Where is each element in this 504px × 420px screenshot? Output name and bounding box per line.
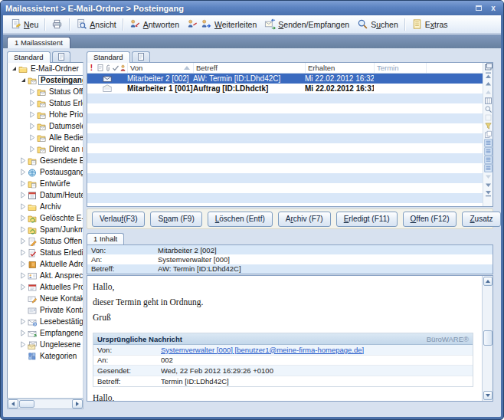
close-button[interactable]: x <box>488 3 499 13</box>
column-header-person[interactable] <box>119 63 127 73</box>
zusatz-button[interactable]: Zusatz <box>462 212 500 227</box>
tree-item-lesebestätigungen[interactable]: Lesebestätigungen <box>8 316 83 327</box>
column-header-betreff[interactable]: Betreff <box>193 63 305 73</box>
expand-arrow[interactable] <box>19 226 27 233</box>
weiterleiten-button[interactable]: Weiterleiten <box>183 17 260 31</box>
spam-button[interactable]: Spam (F9) <box>150 212 201 227</box>
sidebar-new-view-tab[interactable] <box>52 51 70 63</box>
tree-item-status-offen[interactable]: Status Offen <box>8 86 83 97</box>
senden-empfangen-button[interactable]: Senden/Empfangen <box>260 17 353 31</box>
expand-arrow[interactable] <box>19 203 27 210</box>
expand-arrow[interactable] <box>19 261 27 267</box>
down-line-button[interactable] <box>483 189 493 198</box>
collapse-arrow[interactable] <box>10 67 18 71</box>
expand-arrow[interactable] <box>19 272 27 279</box>
tree-item-kategorien[interactable]: Kategorien <box>8 350 83 362</box>
tree-item-posteingang[interactable]: Posteingang <box>8 74 83 86</box>
tree-item-aktuelles-projekt[interactable]: Aktuelles Projekt <box>8 281 83 293</box>
column-header-priority[interactable]: ! <box>87 63 96 73</box>
tree-item-empfangene-mails[interactable]: Empfangene Mails <box>8 327 83 339</box>
expand-arrow[interactable] <box>28 123 36 130</box>
tree-item-entwürfe[interactable]: Entwürfe <box>8 178 83 189</box>
löschen-button[interactable]: Löschen (Entf) <box>208 212 273 227</box>
list-tab-standard[interactable]: Standard <box>87 51 130 63</box>
scroll-up-button[interactable] <box>483 277 493 286</box>
tree-item-aktuelle-adresse[interactable]: Aktuelle Adresse <box>8 258 83 270</box>
box-select-button[interactable] <box>483 63 493 71</box>
message-row[interactable]: Mitarbeiter 2 [002]AW: Termin [ID:LDhd42… <box>87 74 483 84</box>
tree-item-gesendete-e-mails[interactable]: Gesendete E-Mails <box>8 155 83 166</box>
expand-arrow[interactable] <box>19 330 27 336</box>
column-header-von[interactable]: Von <box>127 63 193 73</box>
expand-arrow[interactable] <box>19 215 27 221</box>
content-tab-inhalt[interactable]: 1 Inhalt <box>87 233 124 244</box>
expand-arrow[interactable] <box>28 88 36 95</box>
expand-arrow[interactable] <box>28 111 36 118</box>
down-button[interactable] <box>483 181 493 189</box>
list-new-view-tab[interactable] <box>132 51 150 63</box>
tree-item-archiv[interactable]: Archiv <box>8 201 83 212</box>
suchen-button[interactable]: Suchen <box>353 17 402 31</box>
erledigt-button[interactable]: Erledigt (F11) <box>336 212 398 227</box>
tree-item-akt-ansprechpartn[interactable]: Akt. Ansprechpartn <box>8 270 83 281</box>
expand-arrow[interactable] <box>19 169 27 176</box>
up-button[interactable] <box>483 80 493 88</box>
extras-button[interactable]: Extras <box>407 17 452 31</box>
tree-item-status-erledigt[interactable]: Status Erledigt <box>8 97 83 109</box>
scrollbar-thumb[interactable] <box>483 330 493 346</box>
archiv-button[interactable]: Archiv (F7) <box>278 212 331 227</box>
expand-arrow[interactable] <box>19 341 27 348</box>
scroll-right-button[interactable] <box>72 399 83 409</box>
tree-item-alle-bediener[interactable]: Alle Bediener <box>8 132 83 143</box>
expand-arrow[interactable] <box>19 318 27 325</box>
column-header-document[interactable] <box>96 63 103 73</box>
list-button[interactable] <box>483 139 493 147</box>
antworten-button[interactable]: Antworten <box>126 17 183 31</box>
sidebar-tab-standard[interactable]: Standard <box>7 51 51 63</box>
expand-arrow[interactable] <box>19 180 27 187</box>
tab-mailassistent[interactable]: 1 Mailassistent <box>7 37 70 48</box>
tree-item-datumselektion[interactable]: Datumselektion <box>8 120 83 132</box>
column-header-attachment[interactable] <box>103 63 111 73</box>
tree-item-status-offen[interactable]: Status Offen <box>8 235 83 247</box>
list-button[interactable] <box>483 156 493 164</box>
faint-button[interactable] <box>483 113 493 122</box>
tree-item-postausgang[interactable]: Postausgang <box>8 166 83 178</box>
tree-item-spam-junkmails[interactable]: Spam/Junkmails <box>8 224 83 235</box>
offen-button[interactable]: Offen (F12) <box>403 212 457 227</box>
up-line-button[interactable] <box>483 71 493 80</box>
magnify-button[interactable] <box>483 105 493 113</box>
expand-arrow[interactable] <box>28 134 36 141</box>
message-row[interactable]: Mitarbeiter 1 [001]Auftrag [ID:LDhdctk]M… <box>87 84 483 94</box>
scroll-left-button[interactable] <box>8 399 18 409</box>
scrollbar-thumb[interactable] <box>19 400 34 408</box>
scroll-down-button[interactable] <box>483 391 493 400</box>
sender-link[interactable]: Systemverwalter [000] [benutzer1@meine-f… <box>161 346 364 354</box>
column-header-check[interactable] <box>111 63 119 73</box>
sidebar-horizontal-scrollbar[interactable] <box>7 399 83 409</box>
filter-button[interactable] <box>483 122 493 130</box>
expand-arrow[interactable] <box>28 100 36 107</box>
tree-item-private-kontakte[interactable]: Private Kontakte <box>8 304 83 316</box>
up-faint-button[interactable] <box>483 88 493 97</box>
expand-arrow[interactable] <box>19 249 27 256</box>
expand-arrow[interactable] <box>19 192 27 199</box>
body-vertical-scrollbar[interactable] <box>482 276 493 401</box>
tree-item-status-erledigt[interactable]: Status Erledigt <box>8 247 83 258</box>
tree-item-hohe-priorität[interactable]: Hohe Priorität <box>8 109 83 120</box>
neu-button[interactable]: Neu <box>6 17 42 31</box>
expand-arrow[interactable] <box>19 284 27 290</box>
columns-button[interactable] <box>483 97 493 105</box>
print-button[interactable] <box>47 17 67 31</box>
ansicht-button[interactable]: Ansicht <box>72 17 119 31</box>
expand-arrow[interactable] <box>19 157 27 164</box>
tree-item-e-mail-ordner[interactable]: E-Mail-Ordner <box>8 63 83 74</box>
tree-item-neue-kontakte[interactable]: Neue Kontakte <box>8 293 83 304</box>
list-button[interactable] <box>483 164 493 172</box>
down-faint-button[interactable] <box>483 172 493 181</box>
column-header-termin[interactable]: Termin <box>374 63 426 73</box>
list-button[interactable] <box>483 147 493 156</box>
tree-item-ungelesene-mails[interactable]: Ungelesene Mails <box>8 339 83 350</box>
tree-item-datum-heute[interactable]: Datum/Heute <box>8 189 83 201</box>
expand-arrow[interactable] <box>28 146 36 153</box>
